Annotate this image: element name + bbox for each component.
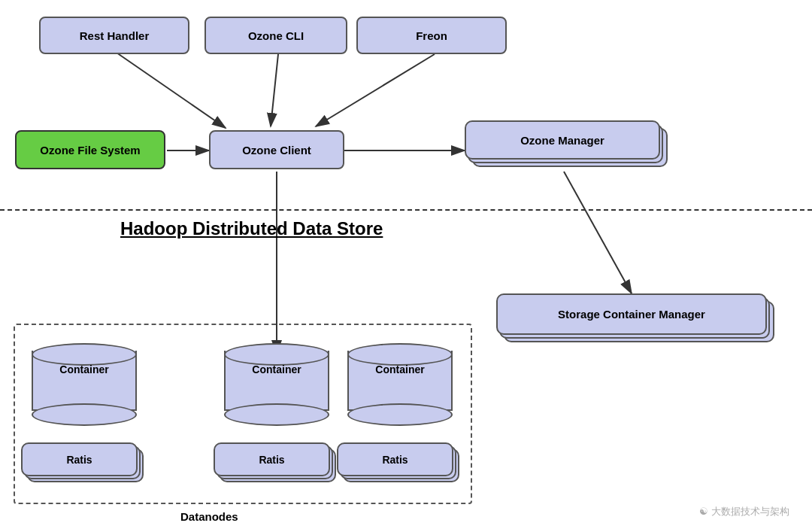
diagram-container: Hadoop Distributed Data Store Rest Handl… (0, 0, 812, 532)
rest-handler-box: Rest Handler (39, 17, 189, 54)
ozone-client-box: Ozone Client (209, 130, 344, 169)
storage-container-manager-stack: Storage Container Manager (496, 293, 774, 348)
ozone-file-system-box: Ozone File System (15, 130, 165, 169)
svg-line-2 (271, 54, 278, 126)
ozone-manager-stack: Ozone Manager (465, 120, 668, 173)
dashed-separator (0, 209, 812, 211)
watermark: ☯ 大数据技术与架构 (699, 505, 789, 518)
hadoop-title: Hadoop Distributed Data Store (120, 218, 383, 239)
freon-box: Freon (356, 17, 507, 54)
datanodes-label: Datanodes (180, 510, 238, 523)
ozone-cli-box: Ozone CLI (205, 17, 347, 54)
svg-line-3 (316, 54, 435, 126)
svg-line-1 (117, 53, 226, 128)
svg-line-7 (564, 172, 632, 293)
